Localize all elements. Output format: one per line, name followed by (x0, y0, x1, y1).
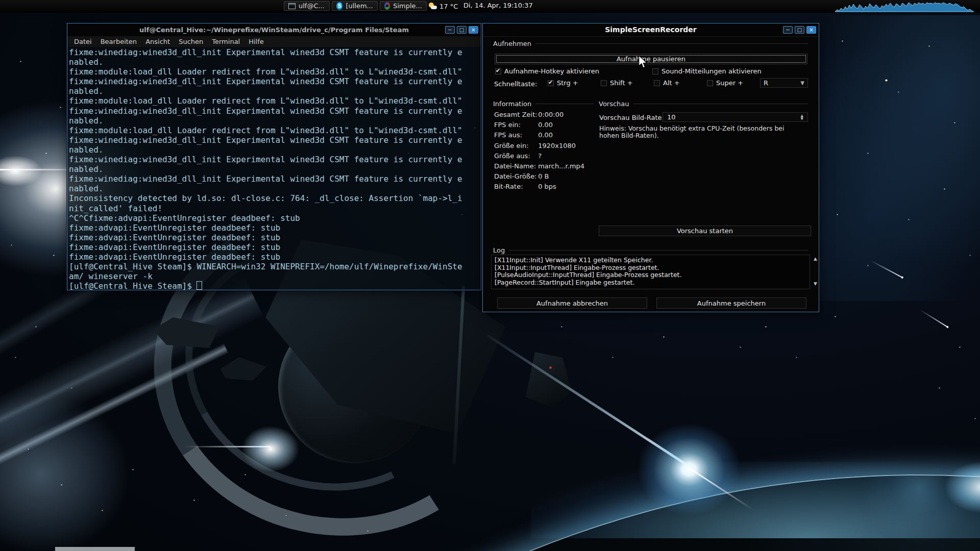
terminal-titlebar[interactable]: ulf@Central_Hive:~/Wineprefixe/WinSteam/… (67, 23, 481, 37)
modifier-option[interactable]: Shift + (601, 79, 654, 87)
terminal-window: ulf@Central_Hive:~/Wineprefixe/WinSteam/… (67, 23, 481, 290)
chevron-down-icon: ▼ (800, 80, 804, 86)
modifier-checkbox[interactable] (601, 80, 607, 86)
information-value: 0.00 (538, 131, 553, 139)
recorder-icon (384, 2, 390, 10)
start-preview-button[interactable]: Vorschau starten (599, 226, 811, 236)
modifier-checkbox[interactable] (654, 80, 660, 86)
menu-item[interactable]: Ansicht (145, 38, 170, 45)
menu-item[interactable]: Bearbeiten (101, 38, 137, 45)
weather-widget[interactable]: 17 °C (429, 1, 458, 11)
information-row: Größe ein: 980x551 (494, 142, 584, 152)
information-label: Gesamt Zeit: (494, 111, 536, 118)
preview-hint-line2: hohen Bild-Raten). (599, 132, 658, 139)
preview-group-header: Vorschau (599, 100, 808, 107)
modifier-checkbox[interactable] (548, 80, 554, 86)
preview-rate-spinbox[interactable]: 10 ▲▼ (663, 112, 808, 122)
preview-hint-line1: Hinweis: Vorschau benötigt extra CPU-Zei… (599, 125, 785, 132)
maximize-button[interactable]: □ (795, 26, 804, 34)
taskbar-item-label: ulf@C... (299, 2, 325, 10)
close-button[interactable]: × (469, 26, 478, 34)
modifier-label: Shift + (610, 79, 633, 87)
modifier-label: Super + (716, 79, 743, 87)
terminal-output-line: fixme:winediag:wined3d_dll_init Experime… (69, 47, 481, 57)
nebula-clouds (796, 15, 980, 301)
scroll-down-icon[interactable]: ▼ (814, 281, 817, 286)
terminal-output-line: fixme:winediag:wined3d_dll_init Experime… (69, 77, 481, 86)
modifier-label: Alt + (663, 79, 680, 87)
pause-recording-button[interactable]: Aufnahme pausieren (495, 54, 807, 64)
terminal-output-line: nabled. (69, 184, 481, 193)
terminal-output-line: [ulf@Central_Hive Steam]$ WINEARCH=win32… (69, 262, 481, 271)
clock[interactable]: Di, 14. Apr, 19:10:37 (463, 2, 533, 9)
menu-item[interactable]: Suchen (179, 38, 203, 45)
taskbar-item-skype[interactable]: S [ullem... (332, 1, 378, 11)
modifier-checkbox[interactable] (707, 80, 713, 86)
terminal-output-line: nit_called' failed! (69, 204, 481, 213)
minimize-button[interactable]: − (445, 26, 455, 34)
information-row: Datei-Name: march...r.mp4 (494, 162, 584, 172)
terminal-output[interactable]: fixme:winediag:wined3d_dll_init Experime… (67, 47, 481, 290)
modifier-option[interactable]: Alt + (654, 79, 707, 87)
maximize-button[interactable]: □ (457, 26, 467, 34)
modifier-option[interactable]: Super + (707, 79, 760, 87)
hotkey-row-label: Schnelltaste: (494, 80, 537, 88)
terminal-output-line: fixme:module:load_dll Loader redirect fr… (69, 126, 481, 135)
spaceship-red-light (549, 366, 552, 369)
modifier-option[interactable]: Strg + (548, 79, 601, 87)
engine-glow-large (620, 408, 758, 531)
taskbar-item-recorder[interactable]: Simple... (380, 1, 427, 11)
terminal-output-line: fixme:advapi:EventUnregister deadbeef: s… (69, 223, 481, 233)
spaceship-pod (526, 352, 572, 408)
taskbar-item-terminal[interactable]: ulf@C... (284, 1, 330, 11)
comet (919, 309, 947, 328)
menu-item[interactable]: Datei (74, 38, 92, 45)
log-line: [X11Input::InputThread] Eingabe-Prozess … (495, 264, 800, 272)
information-group-header: Information (493, 100, 594, 107)
terminal-title: ulf@Central_Hive:~/Wineprefixe/WinSteam/… (67, 23, 481, 36)
log-line: [PageRecord::StartInput] Eingabe gestart… (495, 279, 800, 287)
bottom-panel-strip (55, 547, 135, 551)
planet-edge-glow (934, 454, 980, 520)
terminal-output-line: fixme:winediag:wined3d_dll_init Experime… (69, 135, 481, 145)
hotkey-key-select[interactable]: R ▼ (760, 78, 808, 88)
hotkey-checkbox-label: Aufnahme-Hotkey aktivieren (504, 67, 599, 75)
information-row: FPS aus: 0.00 (494, 131, 584, 141)
menu-item[interactable]: Hilfe (249, 38, 264, 45)
information-value: 0 B (538, 172, 549, 180)
information-row: Größe aus: ? (494, 152, 584, 162)
terminal-icon (288, 3, 296, 9)
information-value: ? (538, 152, 542, 160)
hotkey-checkbox[interactable] (495, 68, 501, 74)
terminal-output-line: nabled. (69, 116, 481, 126)
information-row: FPS ein: 0.00 (494, 121, 584, 131)
simplescreenrecorder-window: SimpleScreenRecorder − □ × Aufnehmen Auf… (482, 23, 819, 312)
ssr-titlebar[interactable]: SimpleScreenRecorder − □ × (483, 23, 819, 37)
close-button[interactable]: × (806, 26, 816, 34)
terminal-menubar: DateiBearbeitenAnsichtSuchenTerminalHilf… (67, 36, 481, 47)
hotkey-enable-row[interactable]: Aufnahme-Hotkey aktivieren (495, 67, 599, 75)
terminal-prompt-line: [ulf@Central_Hive Steam]$ (69, 281, 481, 290)
sound-notifications-row[interactable]: Sound-Mitteilungen aktivieren (652, 67, 762, 75)
minimize-button[interactable]: − (783, 26, 793, 34)
log-line: [PulseAudioInput::InputThread] Eingabe-P… (495, 271, 800, 279)
terminal-output-line: nabled. (69, 145, 481, 155)
scroll-up-icon[interactable]: ▲ (814, 256, 817, 261)
spinbox-arrows-icon[interactable]: ▲▼ (801, 114, 803, 120)
terminal-output-line: fixme:winediag:wined3d_dll_init Experime… (69, 155, 481, 164)
preview-rate-value: 10 (667, 113, 676, 121)
information-label: Bit-Rate: (494, 183, 536, 190)
cancel-recording-button[interactable]: Aufnahme abbrechen (497, 297, 647, 309)
hotkey-key-value: R (764, 79, 768, 87)
temperature: 17 °C (439, 3, 458, 10)
log-output[interactable]: [X11Input::Init] Verwende X11 geteilten … (491, 255, 810, 289)
information-label: Größe ein: (494, 142, 536, 149)
information-label: Datei-Größe: (494, 172, 536, 180)
menu-item[interactable]: Terminal (212, 38, 240, 45)
sound-notifications-checkbox[interactable] (652, 68, 658, 74)
information-value: 0:00:00 (538, 111, 564, 118)
taskbar: ulf@C... S [ullem... Simple... 17 °C Di,… (0, 0, 980, 13)
information-value: 0.00 (538, 121, 553, 129)
save-recording-button[interactable]: Aufnahme speichern (656, 297, 806, 309)
record-group-header: Aufnehmen (493, 40, 808, 47)
